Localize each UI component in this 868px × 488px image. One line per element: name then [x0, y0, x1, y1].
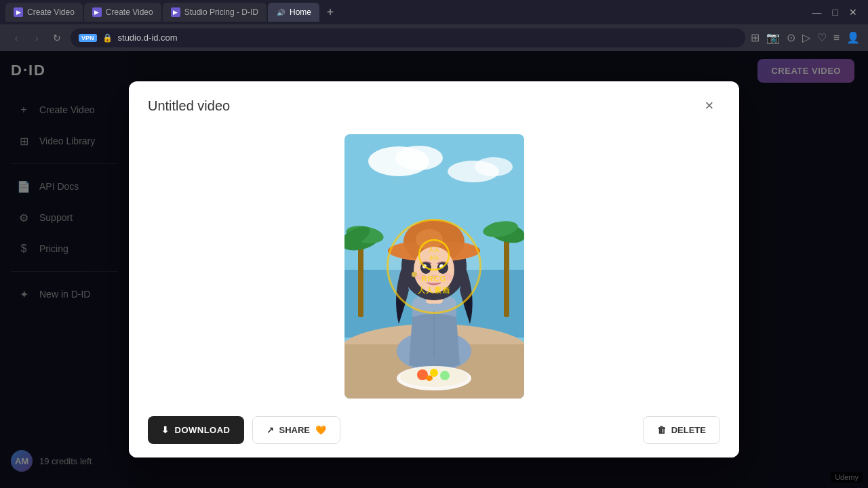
download-icon: ⬇: [161, 425, 170, 435]
lock-icon: 🔒: [102, 33, 113, 43]
profile-icon[interactable]: 👤: [846, 31, 860, 44]
play-icon[interactable]: ▷: [802, 31, 810, 44]
tab-favicon-2: ▶: [92, 7, 102, 17]
download-label: DOWNLOAD: [175, 425, 231, 435]
svg-point-35: [430, 369, 438, 377]
svg-point-36: [440, 371, 450, 380]
reload-button[interactable]: ↻: [49, 30, 65, 46]
trash-icon: 🗑: [657, 425, 666, 435]
modal-header: Untitled video ×: [129, 81, 739, 127]
nav-buttons: ‹ › ↻: [8, 30, 65, 46]
tab-3-label: Studio Pricing - D-ID: [184, 7, 258, 17]
svg-point-22: [416, 229, 443, 249]
tab-2-label: Create Video: [106, 7, 153, 17]
modal-overlay: Untitled video ×: [0, 51, 868, 488]
maximize-icon[interactable]: □: [833, 7, 838, 18]
collections-icon[interactable]: ≡: [833, 32, 840, 44]
tab-favicon-3: ▶: [171, 7, 180, 17]
svg-point-26: [422, 264, 427, 268]
share-icon: ↗: [267, 425, 274, 435]
favorites-icon[interactable]: ♡: [817, 31, 827, 44]
browser-chrome: ▶ Create Video ▶ Create Video ▶ Studio P…: [0, 0, 868, 51]
modal-title: Untitled video: [148, 98, 230, 114]
modal-footer: ⬇ DOWNLOAD ↗ SHARE 🧡 🗑 DELETE: [129, 405, 739, 458]
modal-close-button[interactable]: ×: [698, 95, 720, 117]
tab-bar: ▶ Create Video ▶ Create Video ▶ Studio P…: [0, 0, 868, 24]
tab-favicon-1: ▶: [14, 7, 23, 17]
tab-1-label: Create Video: [27, 7, 75, 17]
video-preview: 人人 素画 RRCG 人人素画: [344, 134, 524, 399]
main-content: CREATE VIDEO Untitled video ×: [129, 51, 868, 488]
tab-3[interactable]: ▶ Studio Pricing - D-ID: [163, 3, 267, 22]
url-text: studio.d-id.com: [118, 33, 178, 43]
address-bar: ‹ › ↻ VPN 🔒 studio.d-id.com ⊞ 📷 ⊙ ▷ ♡ ≡ …: [0, 24, 868, 51]
heart-icon: 🧡: [315, 425, 326, 435]
footer-left: ⬇ DOWNLOAD ↗ SHARE 🧡: [148, 416, 340, 444]
video-modal: Untitled video ×: [129, 81, 739, 458]
window-controls: — □ ✕: [812, 7, 863, 18]
shield-icon[interactable]: ⊙: [787, 31, 795, 44]
svg-point-31: [442, 273, 453, 280]
svg-point-27: [439, 264, 443, 268]
extensions-icon[interactable]: ⊞: [751, 31, 760, 44]
share-label: SHARE: [279, 425, 311, 435]
preview-svg: [344, 134, 524, 399]
back-button[interactable]: ‹: [8, 30, 24, 46]
share-button[interactable]: ↗ SHARE 🧡: [252, 416, 341, 444]
screenshot-icon[interactable]: 📷: [766, 31, 780, 44]
minimize-icon[interactable]: —: [812, 7, 822, 18]
svg-point-37: [426, 375, 433, 381]
delete-label: DELETE: [671, 425, 706, 435]
svg-point-4: [475, 157, 513, 176]
add-tab-button[interactable]: +: [321, 3, 340, 22]
tab-2[interactable]: ▶ Create Video: [84, 3, 161, 22]
svg-point-28: [431, 274, 437, 279]
delete-button[interactable]: 🗑 DELETE: [643, 416, 720, 444]
tab-favicon-4: [276, 7, 285, 17]
footer-right: 🗑 DELETE: [643, 416, 720, 444]
svg-point-2: [395, 146, 443, 170]
app-container: D·ID + Create Video ⊞ Video Library 📄 AP…: [0, 51, 868, 488]
tab-1[interactable]: ▶ Create Video: [5, 3, 83, 22]
tab-4-label: Home: [290, 7, 311, 17]
download-button[interactable]: ⬇ DOWNLOAD: [148, 416, 244, 444]
svg-point-23: [414, 247, 454, 293]
url-bar[interactable]: VPN 🔒 studio.d-id.com: [71, 28, 745, 47]
forward-button[interactable]: ›: [28, 30, 45, 46]
browser-actions: ⊞ 📷 ⊙ ▷ ♡ ≡ 👤: [751, 31, 860, 44]
vpn-badge: VPN: [79, 34, 97, 42]
modal-body: 人人 素画 RRCG 人人素画: [129, 127, 739, 405]
svg-point-30: [415, 273, 426, 280]
close-window-icon[interactable]: ✕: [849, 7, 857, 18]
tab-4[interactable]: Home: [268, 3, 319, 22]
